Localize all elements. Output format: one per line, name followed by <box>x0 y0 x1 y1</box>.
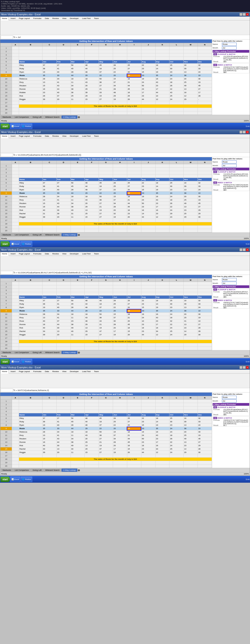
tab-load-test-4[interactable]: Load Test <box>80 370 92 373</box>
tab-going-left-2[interactable]: Going Left <box>31 233 43 236</box>
taskbar-excel-3[interactable]: 📊 Excel <box>10 359 21 364</box>
tab-home-3[interactable]: Home <box>0 252 9 256</box>
month-value-1[interactable]: Jul <box>222 46 236 50</box>
minimize-btn-1[interactable]: _ <box>239 13 242 16</box>
tab-wildcard-search-1[interactable]: Wildcard Search <box>43 116 61 119</box>
tab-wildcard-search-4[interactable]: Wildcard Search <box>43 468 61 472</box>
tab-view-2[interactable]: View <box>61 134 68 138</box>
taskbar-excel-final[interactable]: 📊 Excel <box>10 476 21 482</box>
taskbar-excel-2[interactable]: 📊 Excel <box>10 241 21 246</box>
taskbar-firefox-final[interactable]: 🌐 Firefox <box>21 476 32 482</box>
tab-wildcard-search-2[interactable]: Wildcard Search <box>43 233 61 236</box>
month-value-4[interactable]: Jul <box>222 399 236 402</box>
taskbar-excel-1[interactable]: 📊 Excel <box>10 124 21 129</box>
cell-ref-1[interactable]: valueMonth <box>1 36 13 39</box>
tab-wildcard-search-3[interactable]: Wildcard Search <box>43 351 61 354</box>
close-btn-3[interactable]: ✕ <box>246 248 249 251</box>
add-sheet-btn-1[interactable]: ⊕ <box>78 116 80 119</box>
tab-view-3[interactable]: View <box>61 252 68 256</box>
tab-review-2[interactable]: Review <box>51 134 61 138</box>
tab-page-layout-3[interactable]: Page Layout <box>17 252 32 256</box>
tab-2way-lookup-1[interactable]: 2-Way Lookup <box>62 116 77 119</box>
tab-team-2[interactable]: Team <box>92 134 101 138</box>
tab-developer-1[interactable]: Developer <box>68 16 80 20</box>
tab-team-1[interactable]: Team <box>92 16 101 20</box>
tab-list-comparison-1[interactable]: List Comparison <box>13 116 31 119</box>
taskbar-firefox-3[interactable]: 🌐 Firefox <box>21 359 32 364</box>
tab-insert-1[interactable]: Insert <box>9 16 17 20</box>
tab-home-4[interactable]: Home <box>0 370 9 374</box>
tab-going-left-1[interactable]: Going Left <box>31 116 43 119</box>
add-sheet-btn-4[interactable]: ⊕ <box>78 468 80 472</box>
tab-load-test-1[interactable]: Load Test <box>80 16 92 20</box>
tab-going-left-3[interactable]: Going Left <box>31 351 43 354</box>
start-button-1[interactable]: start <box>1 124 10 129</box>
tab-team-4[interactable]: Team <box>92 370 101 373</box>
maximize-btn-4[interactable]: □ <box>243 366 245 369</box>
tab-formulas-2[interactable]: Formulas <box>32 134 43 138</box>
tab-data-1[interactable]: Data <box>43 16 51 20</box>
start-button-3[interactable]: start <box>1 359 10 364</box>
tab-insert-2[interactable]: Insert <box>9 134 17 138</box>
add-sheet-btn-2[interactable]: ⊕ <box>78 233 80 236</box>
tab-review-4[interactable]: Review <box>51 370 61 373</box>
tab-formulas-4[interactable]: Formulas <box>32 370 43 373</box>
tab-team-3[interactable]: Team <box>92 252 101 256</box>
tab-view-4[interactable]: View <box>61 370 68 373</box>
start-button-final[interactable]: start <box>1 476 10 482</box>
tab-load-test-3[interactable]: Load Test <box>80 252 92 256</box>
taskbar-firefox-1[interactable]: 🌐 Firefox <box>21 124 32 129</box>
maximize-btn-1[interactable]: □ <box>243 13 245 16</box>
tab-list-comparison-4[interactable]: List Comparison <box>13 468 31 472</box>
tab-page-layout-1[interactable]: Page Layout <box>17 16 32 20</box>
tab-view-1[interactable]: View <box>61 16 68 20</box>
tab-going-left-4[interactable]: Going Left <box>31 468 43 472</box>
taskbar-firefox-2[interactable]: 🌐 Firefox <box>21 241 32 246</box>
tab-starbucks-3[interactable]: Starbucks <box>1 351 13 354</box>
start-button-2[interactable]: start <box>1 241 10 246</box>
tab-review-1[interactable]: Review <box>51 16 61 20</box>
tab-review-3[interactable]: Review <box>51 252 61 256</box>
tab-list-comparison-3[interactable]: List Comparison <box>13 351 31 354</box>
minimize-btn-3[interactable]: _ <box>239 248 242 251</box>
tab-developer-3[interactable]: Developer <box>68 252 80 256</box>
tab-list-comparison-2[interactable]: List Comparison <box>13 233 31 236</box>
minimize-btn-2[interactable]: _ <box>239 130 242 134</box>
name-value-2[interactable]: Rosie <box>222 160 236 164</box>
maximize-btn-3[interactable]: □ <box>243 248 245 251</box>
add-sheet-btn-3[interactable]: ⊕ <box>78 351 80 354</box>
close-btn-2[interactable]: ✕ <box>246 130 249 134</box>
close-btn-4[interactable]: ✕ <box>246 366 249 369</box>
tab-insert-3[interactable]: Insert <box>9 252 17 256</box>
tab-formulas-3[interactable]: Formulas <box>32 252 43 256</box>
tab-home-1[interactable]: Home <box>0 16 9 20</box>
name-value-3[interactable]: Rosie <box>222 278 236 281</box>
close-btn-1[interactable]: ✕ <box>246 13 249 16</box>
minimize-btn-4[interactable]: _ <box>239 366 242 369</box>
maximize-btn-2[interactable]: □ <box>243 130 245 134</box>
cell-ref-2[interactable]: B5 <box>1 153 13 157</box>
tab-starbucks-1[interactable]: Starbucks <box>1 116 13 119</box>
month-value-2[interactable]: Jul <box>222 164 236 167</box>
tab-home-2[interactable]: Home <box>0 134 9 138</box>
name-value-1[interactable]: Rosie <box>222 43 236 46</box>
tab-2way-lookup-2[interactable]: 2-Way Lookup <box>62 233 77 236</box>
month-value-3[interactable]: Jul <box>222 282 236 285</box>
tab-load-test-2[interactable]: Load Test <box>80 134 92 138</box>
tab-starbucks-2[interactable]: Starbucks <box>1 233 13 236</box>
tab-starbucks-4[interactable]: Starbucks <box>1 468 13 472</box>
tab-data-2[interactable]: Data <box>43 134 51 138</box>
tab-2way-lookup-3[interactable]: 2-Way Lookup <box>62 351 77 354</box>
tab-2way-lookup-4[interactable]: 2-Way Lookup <box>62 468 77 472</box>
cell-ref-3[interactable]: Q11 <box>1 271 13 274</box>
tab-page-layout-4[interactable]: Page Layout <box>17 370 32 373</box>
cell-ref-4[interactable]: Q15 <box>1 389 13 392</box>
name-value-4[interactable]: Rosie <box>222 396 236 399</box>
tab-data-3[interactable]: Data <box>43 252 51 256</box>
tab-data-4[interactable]: Data <box>43 370 51 373</box>
tab-insert-4[interactable]: Insert <box>9 370 17 373</box>
tab-page-layout-2[interactable]: Page Layout <box>17 134 32 138</box>
tab-developer-4[interactable]: Developer <box>68 370 80 373</box>
tab-formulas-1[interactable]: Formulas <box>32 16 43 20</box>
tab-developer-2[interactable]: Developer <box>68 134 80 138</box>
